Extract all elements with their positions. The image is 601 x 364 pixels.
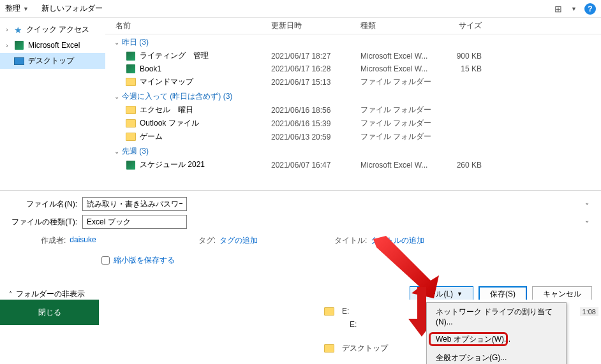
desktop-label: デスクトップ: [342, 343, 388, 354]
sidebar-item-desktop[interactable]: デスクトップ: [0, 53, 105, 69]
file-list[interactable]: 名前 更新日時 種類 サイズ ⌄昨日 (3)ライティング 管理2021/06/1…: [105, 18, 601, 190]
thumbnail-checkbox-input[interactable]: [101, 256, 110, 265]
sidebar-item-label: Microsoft Excel: [28, 41, 80, 50]
file-date: 2021/06/17 16:28: [271, 64, 360, 73]
save-thumbnail-checkbox[interactable]: 縮小版を保存する: [101, 255, 592, 266]
file-name: Book1: [140, 64, 161, 73]
view-mode-icon[interactable]: [553, 4, 563, 14]
tag-value[interactable]: タグの追加: [219, 235, 258, 246]
tag-label: タグ:: [198, 235, 216, 246]
menu-item-general-options[interactable]: 全般オプション(G)...: [427, 349, 566, 364]
file-name: エクセル 曜日: [140, 105, 193, 115]
file-date: 2021/06/16 15:39: [271, 119, 360, 128]
quick-access-icon: ★: [14, 25, 22, 35]
file-name: ゲーム: [140, 131, 163, 142]
thumbnail-label: 縮小版を保存する: [114, 255, 175, 266]
folder-icon: [324, 344, 334, 354]
excel-icon: [126, 64, 136, 74]
desktop-icon: [14, 56, 24, 66]
menu-item-network-drive[interactable]: ネットワーク ドライブの割り当て(N)...: [427, 303, 566, 330]
file-date: 2021/06/16 18:56: [271, 106, 360, 115]
chevron-down-icon[interactable]: ⌄: [584, 199, 590, 206]
folder-icon: [126, 119, 136, 129]
filetype-label: ファイルの種類(T):: [9, 217, 82, 228]
file-type: ファイル フォルダー: [360, 118, 443, 129]
file-row[interactable]: マインドマップ2021/06/17 15:13ファイル フォルダー: [105, 75, 601, 89]
file-date: 2021/06/17 18:27: [271, 52, 360, 61]
folder-icon: [126, 77, 136, 87]
title-value[interactable]: タイトルの追加: [371, 235, 424, 246]
file-type: Microsoft Excel W...: [360, 64, 443, 73]
chevron-down-icon: ⌄: [114, 39, 119, 46]
group-label: 今週に入って (昨日は含めず) (3): [122, 91, 232, 102]
author-value[interactable]: daisuke: [70, 235, 96, 246]
folder-icon: [126, 105, 136, 115]
file-name: スケジュール 2021: [140, 159, 205, 170]
menu-item-web-options[interactable]: Web オプション(W)...: [427, 330, 566, 349]
file-row[interactable]: Outlook ファイル2021/06/16 15:39ファイル フォルダー: [105, 117, 601, 130]
hide-folders-label: フォルダーの非表示: [16, 289, 85, 300]
dialog-toolbar: 整理 ▼ 新しいフォルダー ▼ ?: [0, 0, 601, 18]
file-row[interactable]: Book12021/06/17 16:28Microsoft Excel W..…: [105, 62, 601, 75]
file-type: Microsoft Excel W...: [360, 52, 443, 61]
file-size: 260 KB: [443, 161, 494, 170]
chevron-down-icon[interactable]: ▼: [571, 6, 577, 12]
file-row[interactable]: ゲーム2021/06/13 20:59ファイル フォルダー: [105, 130, 601, 143]
file-size: 15 KB: [443, 64, 494, 73]
filename-input[interactable]: [82, 197, 187, 211]
column-headers[interactable]: 名前 更新日時 種類 サイズ: [105, 18, 601, 34]
organize-label: 整理: [5, 3, 20, 14]
title-label: タイトル:: [334, 235, 367, 246]
file-type: Microsoft Excel W...: [360, 161, 443, 170]
filetype-select[interactable]: [82, 215, 187, 229]
close-panel[interactable]: 閉じる: [0, 300, 99, 325]
excel-icon: [126, 160, 136, 170]
help-icon[interactable]: ?: [584, 3, 596, 15]
save-fields: ファイル名(N): ⌄ ファイルの種類(T): ⌄ 作成者:daisuke タグ…: [0, 190, 601, 281]
clock-time: 1:08: [580, 307, 598, 316]
file-type: ファイル フォルダー: [360, 131, 443, 142]
chevron-right-icon: ›: [4, 26, 10, 33]
file-row[interactable]: エクセル 曜日2021/06/16 18:56ファイル フォルダー: [105, 103, 601, 117]
excel-icon: [14, 40, 24, 50]
sidebar-item-label: クイック アクセス: [26, 24, 89, 35]
chevron-up-icon: ˄: [9, 291, 12, 298]
sidebar-item-excel[interactable]: › Microsoft Excel: [0, 38, 105, 53]
chevron-down-icon: ⌄: [114, 148, 119, 155]
sidebar-item-label: デスクトップ: [28, 55, 74, 66]
file-row[interactable]: ライティング 管理2021/06/17 18:27Microsoft Excel…: [105, 49, 601, 62]
file-group-header[interactable]: ⌄今週に入って (昨日は含めず) (3): [105, 89, 601, 103]
chevron-down-icon[interactable]: ⌄: [584, 217, 590, 224]
column-size[interactable]: サイズ: [443, 20, 494, 31]
filename-label: ファイル名(N):: [9, 199, 82, 210]
file-size: 900 KB: [443, 52, 494, 61]
organize-button[interactable]: 整理 ▼: [5, 3, 29, 14]
file-date: 2021/06/17 15:13: [271, 78, 360, 87]
column-date[interactable]: 更新日時: [271, 20, 360, 31]
author-label: 作成者:: [41, 235, 66, 246]
main-pane: › ★ クイック アクセス › Microsoft Excel デスクトップ 名…: [0, 18, 601, 190]
sidebar-item-quick-access[interactable]: › ★ クイック アクセス: [0, 22, 105, 38]
file-type: ファイル フォルダー: [360, 76, 443, 87]
column-type[interactable]: 種類: [360, 20, 443, 31]
chevron-down-icon: ▼: [457, 291, 463, 297]
column-name[interactable]: 名前: [105, 20, 271, 31]
hide-folders-toggle[interactable]: ˄ フォルダーの非表示: [9, 289, 85, 300]
tools-label: ツール(L): [420, 289, 453, 300]
tools-menu: ネットワーク ドライブの割り当て(N)... Web オプション(W)... 全…: [426, 302, 567, 364]
file-name: Outlook ファイル: [140, 118, 199, 129]
file-date: 2021/06/07 16:47: [271, 161, 360, 170]
folder-icon: [126, 132, 136, 142]
file-group-header[interactable]: ⌄先週 (3): [105, 143, 601, 158]
file-name: マインドマップ: [140, 76, 193, 87]
chevron-down-icon: ⌄: [114, 93, 119, 100]
new-folder-label: 新しいフォルダー: [41, 3, 103, 14]
drive-label: E:: [350, 320, 357, 329]
file-row[interactable]: スケジュール 20212021/06/07 16:47Microsoft Exc…: [105, 158, 601, 171]
new-folder-button[interactable]: 新しいフォルダー: [41, 3, 103, 14]
file-name: ライティング 管理: [140, 50, 209, 61]
group-label: 昨日 (3): [122, 37, 149, 48]
sidebar: › ★ クイック アクセス › Microsoft Excel デスクトップ: [0, 18, 105, 190]
file-group-header[interactable]: ⌄昨日 (3): [105, 34, 601, 49]
group-label: 先週 (3): [122, 146, 149, 157]
